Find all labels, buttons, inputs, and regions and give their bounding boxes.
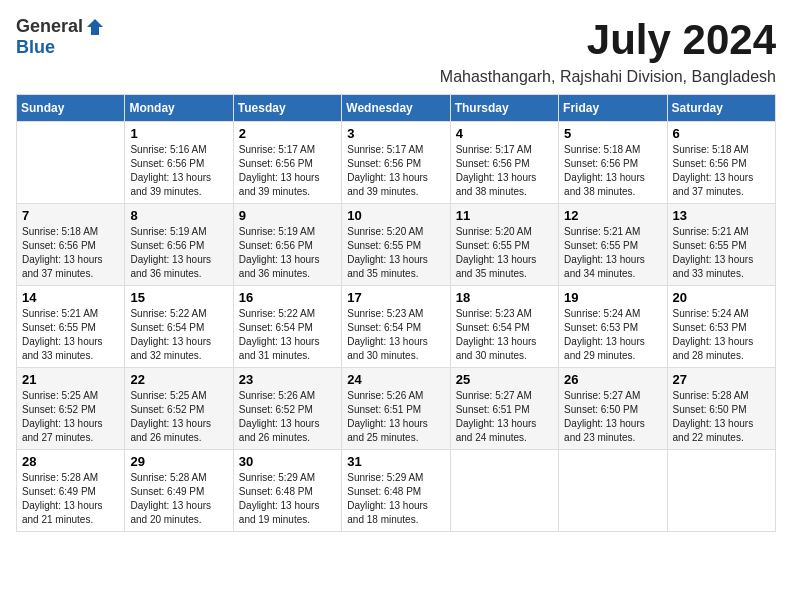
day-info: Sunrise: 5:17 AMSunset: 6:56 PMDaylight:… (239, 143, 336, 199)
calendar-cell: 15Sunrise: 5:22 AMSunset: 6:54 PMDayligh… (125, 286, 233, 368)
day-number: 22 (130, 372, 227, 387)
calendar-cell: 21Sunrise: 5:25 AMSunset: 6:52 PMDayligh… (17, 368, 125, 450)
day-number: 11 (456, 208, 553, 223)
day-number: 1 (130, 126, 227, 141)
calendar-cell: 2Sunrise: 5:17 AMSunset: 6:56 PMDaylight… (233, 122, 341, 204)
day-info: Sunrise: 5:18 AMSunset: 6:56 PMDaylight:… (564, 143, 661, 199)
logo-icon (85, 17, 105, 37)
day-info: Sunrise: 5:19 AMSunset: 6:56 PMDaylight:… (130, 225, 227, 281)
calendar-cell: 31Sunrise: 5:29 AMSunset: 6:48 PMDayligh… (342, 450, 450, 532)
calendar-cell: 25Sunrise: 5:27 AMSunset: 6:51 PMDayligh… (450, 368, 558, 450)
calendar-cell: 19Sunrise: 5:24 AMSunset: 6:53 PMDayligh… (559, 286, 667, 368)
day-info: Sunrise: 5:21 AMSunset: 6:55 PMDaylight:… (564, 225, 661, 281)
calendar-cell: 5Sunrise: 5:18 AMSunset: 6:56 PMDaylight… (559, 122, 667, 204)
calendar-cell: 1Sunrise: 5:16 AMSunset: 6:56 PMDaylight… (125, 122, 233, 204)
day-number: 12 (564, 208, 661, 223)
calendar-cell: 7Sunrise: 5:18 AMSunset: 6:56 PMDaylight… (17, 204, 125, 286)
calendar-cell: 3Sunrise: 5:17 AMSunset: 6:56 PMDaylight… (342, 122, 450, 204)
calendar-cell: 22Sunrise: 5:25 AMSunset: 6:52 PMDayligh… (125, 368, 233, 450)
weekday-header: Sunday (17, 95, 125, 122)
calendar-cell: 17Sunrise: 5:23 AMSunset: 6:54 PMDayligh… (342, 286, 450, 368)
calendar-week-row: 7Sunrise: 5:18 AMSunset: 6:56 PMDaylight… (17, 204, 776, 286)
day-info: Sunrise: 5:20 AMSunset: 6:55 PMDaylight:… (456, 225, 553, 281)
day-info: Sunrise: 5:28 AMSunset: 6:50 PMDaylight:… (673, 389, 770, 445)
day-number: 28 (22, 454, 119, 469)
calendar-cell (17, 122, 125, 204)
calendar-cell: 12Sunrise: 5:21 AMSunset: 6:55 PMDayligh… (559, 204, 667, 286)
day-info: Sunrise: 5:28 AMSunset: 6:49 PMDaylight:… (22, 471, 119, 527)
day-info: Sunrise: 5:17 AMSunset: 6:56 PMDaylight:… (456, 143, 553, 199)
day-number: 25 (456, 372, 553, 387)
day-info: Sunrise: 5:29 AMSunset: 6:48 PMDaylight:… (347, 471, 444, 527)
day-info: Sunrise: 5:25 AMSunset: 6:52 PMDaylight:… (22, 389, 119, 445)
calendar-cell: 26Sunrise: 5:27 AMSunset: 6:50 PMDayligh… (559, 368, 667, 450)
day-number: 13 (673, 208, 770, 223)
day-info: Sunrise: 5:17 AMSunset: 6:56 PMDaylight:… (347, 143, 444, 199)
calendar-cell: 8Sunrise: 5:19 AMSunset: 6:56 PMDaylight… (125, 204, 233, 286)
calendar-week-row: 28Sunrise: 5:28 AMSunset: 6:49 PMDayligh… (17, 450, 776, 532)
calendar-cell (667, 450, 775, 532)
day-info: Sunrise: 5:26 AMSunset: 6:51 PMDaylight:… (347, 389, 444, 445)
day-info: Sunrise: 5:16 AMSunset: 6:56 PMDaylight:… (130, 143, 227, 199)
weekday-header: Monday (125, 95, 233, 122)
day-number: 23 (239, 372, 336, 387)
day-info: Sunrise: 5:28 AMSunset: 6:49 PMDaylight:… (130, 471, 227, 527)
weekday-header: Thursday (450, 95, 558, 122)
calendar-cell: 18Sunrise: 5:23 AMSunset: 6:54 PMDayligh… (450, 286, 558, 368)
day-number: 30 (239, 454, 336, 469)
weekday-header: Tuesday (233, 95, 341, 122)
calendar-cell: 10Sunrise: 5:20 AMSunset: 6:55 PMDayligh… (342, 204, 450, 286)
day-number: 26 (564, 372, 661, 387)
day-info: Sunrise: 5:22 AMSunset: 6:54 PMDaylight:… (239, 307, 336, 363)
day-number: 7 (22, 208, 119, 223)
calendar-cell: 11Sunrise: 5:20 AMSunset: 6:55 PMDayligh… (450, 204, 558, 286)
day-info: Sunrise: 5:21 AMSunset: 6:55 PMDaylight:… (22, 307, 119, 363)
calendar-cell: 16Sunrise: 5:22 AMSunset: 6:54 PMDayligh… (233, 286, 341, 368)
logo-general: General (16, 16, 83, 37)
weekday-header: Saturday (667, 95, 775, 122)
month-title: July 2024 (587, 16, 776, 64)
calendar-cell: 30Sunrise: 5:29 AMSunset: 6:48 PMDayligh… (233, 450, 341, 532)
calendar-header-row: SundayMondayTuesdayWednesdayThursdayFrid… (17, 95, 776, 122)
logo-blue: Blue (16, 37, 55, 58)
calendar-cell: 23Sunrise: 5:26 AMSunset: 6:52 PMDayligh… (233, 368, 341, 450)
calendar-cell: 6Sunrise: 5:18 AMSunset: 6:56 PMDaylight… (667, 122, 775, 204)
day-info: Sunrise: 5:29 AMSunset: 6:48 PMDaylight:… (239, 471, 336, 527)
day-number: 16 (239, 290, 336, 305)
calendar-cell: 29Sunrise: 5:28 AMSunset: 6:49 PMDayligh… (125, 450, 233, 532)
svg-marker-0 (87, 19, 103, 35)
day-info: Sunrise: 5:27 AMSunset: 6:50 PMDaylight:… (564, 389, 661, 445)
calendar-cell: 27Sunrise: 5:28 AMSunset: 6:50 PMDayligh… (667, 368, 775, 450)
day-info: Sunrise: 5:24 AMSunset: 6:53 PMDaylight:… (673, 307, 770, 363)
day-number: 27 (673, 372, 770, 387)
day-number: 2 (239, 126, 336, 141)
day-number: 3 (347, 126, 444, 141)
calendar-cell: 13Sunrise: 5:21 AMSunset: 6:55 PMDayligh… (667, 204, 775, 286)
day-number: 8 (130, 208, 227, 223)
title-block: July 2024 (587, 16, 776, 64)
day-number: 6 (673, 126, 770, 141)
day-number: 29 (130, 454, 227, 469)
day-number: 10 (347, 208, 444, 223)
day-info: Sunrise: 5:27 AMSunset: 6:51 PMDaylight:… (456, 389, 553, 445)
day-info: Sunrise: 5:19 AMSunset: 6:56 PMDaylight:… (239, 225, 336, 281)
day-info: Sunrise: 5:26 AMSunset: 6:52 PMDaylight:… (239, 389, 336, 445)
day-info: Sunrise: 5:18 AMSunset: 6:56 PMDaylight:… (673, 143, 770, 199)
day-info: Sunrise: 5:23 AMSunset: 6:54 PMDaylight:… (456, 307, 553, 363)
calendar-cell: 9Sunrise: 5:19 AMSunset: 6:56 PMDaylight… (233, 204, 341, 286)
day-number: 20 (673, 290, 770, 305)
weekday-header: Wednesday (342, 95, 450, 122)
calendar-cell: 24Sunrise: 5:26 AMSunset: 6:51 PMDayligh… (342, 368, 450, 450)
day-number: 9 (239, 208, 336, 223)
page-header: General Blue July 2024 (16, 16, 776, 64)
day-info: Sunrise: 5:22 AMSunset: 6:54 PMDaylight:… (130, 307, 227, 363)
day-number: 15 (130, 290, 227, 305)
day-number: 31 (347, 454, 444, 469)
calendar-week-row: 1Sunrise: 5:16 AMSunset: 6:56 PMDaylight… (17, 122, 776, 204)
day-number: 19 (564, 290, 661, 305)
calendar-cell: 20Sunrise: 5:24 AMSunset: 6:53 PMDayligh… (667, 286, 775, 368)
calendar-cell: 28Sunrise: 5:28 AMSunset: 6:49 PMDayligh… (17, 450, 125, 532)
day-number: 4 (456, 126, 553, 141)
subtitle: Mahasthangarh, Rajshahi Division, Bangla… (16, 68, 776, 86)
day-info: Sunrise: 5:20 AMSunset: 6:55 PMDaylight:… (347, 225, 444, 281)
